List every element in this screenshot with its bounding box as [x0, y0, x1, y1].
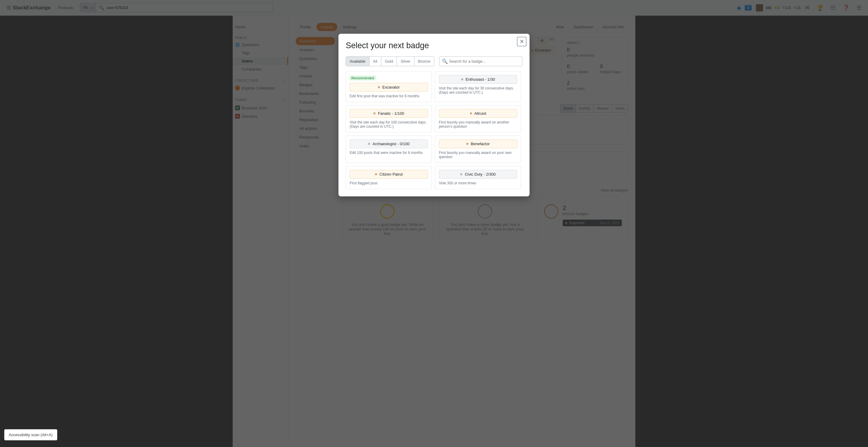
modal-backdrop[interactable]: ✕ Select your next badge Available All G…: [0, 0, 868, 447]
badge-dot-icon: [368, 143, 370, 145]
badge-description: First bounty you manually award on your …: [439, 151, 517, 159]
badge-option[interactable]: AltruistFirst bounty you manually award …: [435, 105, 521, 132]
badge-option[interactable]: BenefactorFirst bounty you manually awar…: [435, 135, 521, 163]
close-icon: ✕: [520, 38, 524, 45]
badge-dot-icon: [461, 78, 463, 81]
badge-option[interactable]: RecommendedExcavatorEdit first post that…: [346, 71, 432, 102]
search-icon: 🔍: [442, 58, 448, 64]
badge-search-input[interactable]: [448, 57, 520, 66]
badge-description: First bounty you manually award on anoth…: [439, 120, 517, 129]
badge-name-box: Altruist: [439, 109, 517, 118]
badge-description: Edit first post that was inactive for 6 …: [350, 94, 428, 98]
badge-name-box: Civic Duty - 2/300: [439, 170, 517, 179]
badge-name: Benefactor: [471, 141, 490, 146]
badge-option[interactable]: Civic Duty - 2/300Vote 300 or more times: [435, 166, 521, 189]
badge-dot-icon: [375, 173, 377, 175]
badge-name: Enthusiast - 1/30: [466, 77, 495, 82]
badge-grid[interactable]: RecommendedExcavatorEdit first post that…: [346, 71, 522, 189]
filter-gold[interactable]: Gold: [381, 57, 397, 66]
recommended-tag: Recommended: [350, 75, 376, 81]
badge-name-box: Citizen Patrol: [350, 170, 428, 179]
badge-description: First flagged post: [350, 181, 428, 185]
badge-name-box: Excavator: [350, 83, 428, 92]
badge-tier-tabs: Available All Gold Silver Bronze: [346, 56, 434, 66]
badge-name: Fanatic - 1/100: [378, 111, 404, 116]
badge-name: Citizen Patrol: [379, 172, 403, 177]
modal-title: Select your next badge: [346, 41, 522, 50]
badge-search: 🔍: [439, 56, 522, 66]
badge-description: Vote 300 or more times: [439, 181, 517, 185]
badge-name: Excavator: [382, 85, 400, 90]
badge-select-modal: ✕ Select your next badge Available All G…: [338, 34, 530, 196]
badge-dot-icon: [378, 86, 380, 88]
accessibility-scan[interactable]: Accessibility scan (Alt+A): [4, 429, 57, 440]
badge-name-box: Benefactor: [439, 139, 517, 148]
badge-description: Visit the site each day for 30 consecuti…: [439, 86, 517, 95]
badge-dot-icon: [466, 143, 468, 145]
badge-option[interactable]: Fanatic - 1/100Visit the site each day f…: [346, 105, 432, 132]
badge-name: Civic Duty - 2/300: [465, 172, 496, 177]
filter-available[interactable]: Available: [346, 57, 369, 66]
badge-dot-icon: [470, 113, 472, 115]
close-button[interactable]: ✕: [517, 37, 527, 46]
badge-name-box: Fanatic - 1/100: [350, 109, 428, 118]
badge-name-box: Archaeologist - 0/100: [350, 139, 428, 148]
badge-name-box: Enthusiast - 1/30: [439, 75, 517, 84]
filter-bronze[interactable]: Bronze: [414, 57, 434, 66]
badge-option[interactable]: Enthusiast - 1/30Visit the site each day…: [435, 71, 521, 102]
badge-dot-icon: [373, 113, 375, 115]
filter-all[interactable]: All: [369, 57, 381, 66]
badge-name: Archaeologist - 0/100: [373, 141, 410, 146]
badge-name: Altruist: [474, 111, 487, 116]
badge-dot-icon: [460, 173, 462, 175]
badge-option[interactable]: Archaeologist - 0/100Edit 100 posts that…: [346, 135, 432, 163]
filter-silver[interactable]: Silver: [397, 57, 414, 66]
badge-description: Edit 100 posts that were inactive for 6 …: [350, 151, 428, 155]
badge-description: Visit the site each day for 100 consecut…: [350, 120, 428, 129]
badge-option[interactable]: Citizen PatrolFirst flagged post: [346, 166, 432, 189]
